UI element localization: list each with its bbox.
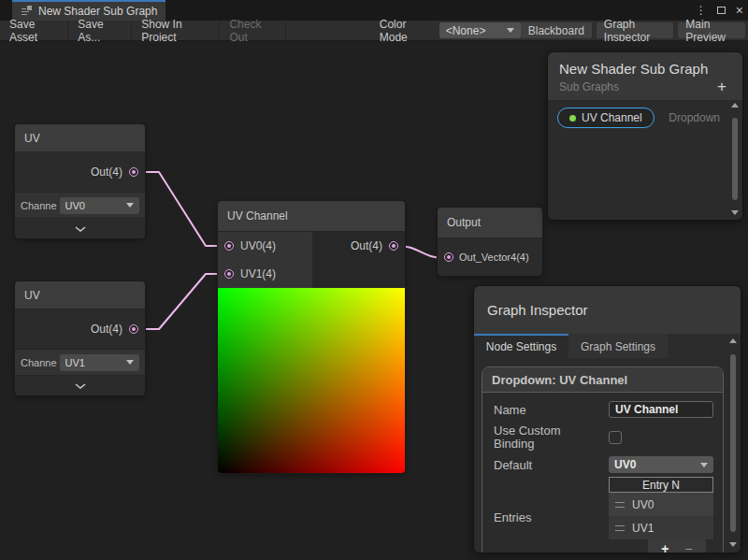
- node-output[interactable]: Output Out_Vector4(4): [438, 208, 542, 276]
- node-uv-a[interactable]: UV Out(4) Channe UV0: [15, 124, 145, 238]
- graph-toolbar: Save Asset Save As... Show In Project Ch…: [0, 21, 748, 41]
- out-port[interactable]: [129, 324, 138, 334]
- entries-label: Entries: [494, 510, 531, 524]
- inspector-tabs: Node Settings Graph Settings: [474, 334, 741, 358]
- channel-label: Channe: [21, 200, 57, 211]
- node-title[interactable]: UV: [15, 124, 145, 152]
- name-label: Name: [494, 403, 526, 417]
- entry-label: UV0: [632, 498, 654, 511]
- channel-value: UV1: [65, 357, 85, 368]
- inspector-content: Dropdown: UV Channel Name UV Channel Use…: [474, 358, 741, 553]
- more-menu-icon[interactable]: ⋮: [696, 5, 707, 16]
- entry-label: UV1: [632, 522, 654, 535]
- port-label: UV1(4): [240, 267, 276, 280]
- input-port-row: UV1(4): [218, 260, 312, 288]
- name-row: Name UV Channel: [494, 401, 713, 418]
- channel-dropdown[interactable]: UV1: [60, 354, 139, 371]
- remove-entry-button[interactable]: −: [685, 544, 693, 553]
- scroll-up-icon[interactable]: [731, 103, 739, 108]
- tab-title: New Shader Sub Graph: [38, 5, 157, 18]
- entry-item-uv0[interactable]: UV0: [609, 493, 713, 516]
- chevron-down-icon: [126, 360, 134, 365]
- entries-list: Entry N UV0 UV1 + −: [609, 477, 713, 553]
- input-port-row: UV0(4): [218, 232, 312, 260]
- show-in-project-button[interactable]: Show In Project: [132, 21, 220, 40]
- add-entry-button[interactable]: +: [661, 544, 669, 553]
- out-vector4-in-port[interactable]: [444, 252, 453, 262]
- chevron-down-icon: [507, 28, 514, 33]
- uv0-in-port[interactable]: [224, 241, 234, 251]
- entry-item-uv1[interactable]: UV1: [609, 516, 713, 539]
- node-title[interactable]: Output: [438, 208, 542, 238]
- entries-list-footer: + −: [648, 539, 706, 553]
- drag-handle-icon[interactable]: [615, 502, 625, 508]
- name-field[interactable]: UV Channel: [609, 401, 713, 418]
- tab-graph-settings[interactable]: Graph Settings: [568, 334, 668, 358]
- blackboard-subtitle: Sub Graphs: [559, 80, 619, 93]
- blackboard-subtitle-row: Sub Graphs +: [559, 80, 731, 93]
- field-label: UV Channel: [582, 111, 642, 124]
- input-port-row: Out_Vector4(4): [438, 238, 542, 276]
- graph-inspector-toggle-button[interactable]: Graph Inspector: [597, 22, 674, 38]
- out-port[interactable]: [389, 241, 398, 251]
- collapse-preview-button[interactable]: [15, 218, 145, 238]
- maximize-icon[interactable]: [717, 7, 726, 14]
- output-port-row: Out(4): [15, 152, 145, 192]
- main-preview-toggle-button[interactable]: Main Preview: [678, 22, 745, 38]
- custom-binding-row: Use Custom Binding: [494, 424, 713, 451]
- blackboard-scrollbar: [729, 103, 741, 217]
- save-asset-button[interactable]: Save Asset: [0, 21, 68, 40]
- entries-row: Entries Entry N UV0 UV1: [494, 477, 713, 553]
- scroll-down-icon[interactable]: [731, 210, 739, 215]
- chevron-down-icon: [126, 203, 134, 208]
- default-value: UV0: [614, 458, 636, 471]
- inspector-title: Graph Inspector: [487, 302, 588, 318]
- output-port-row: Out(4): [312, 232, 405, 260]
- blackboard-header: New Shader Sub Graph Sub Graphs +: [548, 52, 742, 101]
- scroll-up-icon[interactable]: [729, 338, 737, 343]
- use-custom-binding-checkbox[interactable]: [609, 431, 622, 444]
- scroll-down-icon[interactable]: [729, 542, 737, 547]
- out-port[interactable]: [129, 167, 138, 177]
- node-title[interactable]: UV Channel: [218, 201, 405, 232]
- port-label: Out(4): [91, 165, 122, 179]
- panel-toggle-group: Blackboard Graph Inspector Main Preview: [521, 22, 745, 38]
- channel-dropdown[interactable]: UV0: [60, 197, 139, 214]
- port-label: Out(4): [351, 239, 382, 252]
- close-icon[interactable]: ×: [736, 4, 743, 17]
- default-dropdown[interactable]: UV0: [609, 456, 713, 473]
- field-type-label: Dropdown: [669, 111, 720, 124]
- dropdown-settings-section: Dropdown: UV Channel Name UV Channel Use…: [482, 366, 724, 553]
- color-mode-label: Color Mode: [380, 18, 430, 44]
- output-port-row: Out(4): [15, 309, 145, 349]
- add-property-button[interactable]: +: [717, 81, 731, 93]
- save-as-button[interactable]: Save As...: [68, 21, 132, 40]
- check-out-button: Check Out: [220, 21, 285, 40]
- entry-name-header: Entry N: [609, 477, 713, 493]
- shader-graph-window: New Shader Sub Graph ⋮ × Save Asset Save…: [0, 0, 748, 560]
- io-section: UV0(4) UV1(4) Out(4): [218, 232, 405, 288]
- color-mode-dropdown[interactable]: <None>: [439, 22, 521, 38]
- section-body: Name UV Channel Use Custom Binding Defau…: [482, 393, 723, 553]
- default-label: Default: [494, 458, 532, 472]
- node-title[interactable]: UV: [15, 281, 145, 309]
- section-title: Dropdown: UV Channel: [482, 367, 723, 393]
- collapse-preview-button[interactable]: [15, 375, 145, 395]
- scrollbar-thumb[interactable]: [732, 118, 738, 200]
- tab-node-settings[interactable]: Node Settings: [474, 334, 568, 358]
- graph-inspector-panel: Graph Inspector Node Settings Graph Sett…: [473, 285, 741, 553]
- blackboard-toggle-button[interactable]: Blackboard: [521, 22, 592, 38]
- scrollbar-thumb[interactable]: [730, 354, 736, 532]
- node-uv-channel[interactable]: UV Channel UV0(4) UV1(4) Out(4): [218, 201, 405, 473]
- blackboard-field-uv-channel[interactable]: UV Channel: [557, 108, 654, 128]
- uv1-in-port[interactable]: [224, 269, 234, 279]
- inspector-scrollbar: [727, 338, 739, 549]
- inspector-header: Graph Inspector: [474, 286, 741, 334]
- chevron-down-icon: [75, 226, 86, 232]
- node-uv-b[interactable]: UV Out(4) Channe UV1: [15, 281, 145, 395]
- channel-control-row: Channe UV1: [15, 349, 145, 375]
- drag-handle-icon[interactable]: [615, 525, 625, 531]
- subgraph-asset-icon: [21, 6, 33, 17]
- blackboard-panel: New Shader Sub Graph Sub Graphs + UV Cha…: [547, 51, 743, 221]
- chevron-down-icon: [700, 463, 708, 467]
